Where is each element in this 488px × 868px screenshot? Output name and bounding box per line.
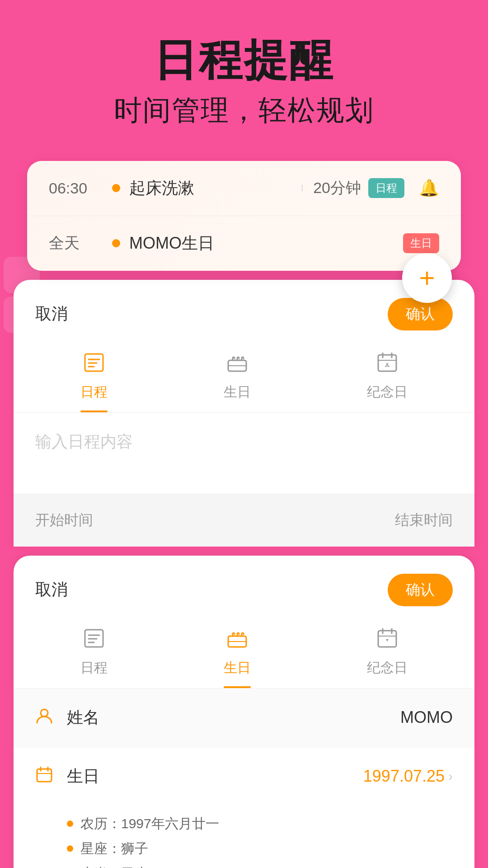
notif-item-1: 06:30 起床洗漱 丨 20分钟 日程 🔔 — [27, 161, 461, 216]
notif-time-1: 06:30 — [49, 179, 103, 197]
tab-anniversary-1[interactable]: 纪念日 — [349, 341, 426, 412]
svg-rect-6 — [378, 355, 396, 371]
schedule-tab-icon — [82, 350, 106, 379]
name-label: 姓名 — [67, 707, 400, 729]
birthday-tab-icon-1 — [225, 350, 249, 379]
modal-card-schedule: 取消 确认 日程 — [14, 280, 474, 547]
zodiac-dot — [67, 845, 73, 852]
schedule-input-area[interactable]: 输入日程内容 — [14, 413, 474, 494]
birthday-value: 1997.07.25 — [363, 767, 445, 786]
notif-text-2: MOMO生日 — [129, 232, 403, 255]
tab-schedule-2[interactable]: 日程 — [62, 617, 126, 688]
cancel-button-2[interactable]: 取消 — [35, 579, 68, 601]
main-container: 日程提醒 时间管理，轻松规划 06:30 起床洗漱 丨 20分钟 日程 🔔 全天… — [0, 0, 488, 868]
birthday-row[interactable]: 生日 1997.07.25 › — [14, 747, 474, 806]
svg-rect-16 — [378, 631, 396, 647]
notif-duration-1: 20分钟 — [313, 178, 361, 198]
confirm-button-2[interactable]: 确认 — [388, 574, 453, 606]
header-section: 日程提醒 时间管理，轻松规划 — [0, 0, 488, 147]
zodiac-info: 星座：狮子 — [67, 840, 453, 858]
anniversary-tab-label-2: 纪念日 — [367, 659, 408, 677]
modal-header-2: 取消 确认 — [14, 556, 474, 617]
birthday-label: 生日 — [67, 765, 363, 788]
modal-card-birthday: 取消 确认 日程 — [14, 556, 474, 868]
anniversary-tab-icon-1 — [375, 350, 399, 379]
anniversary-tab-label-1: 纪念日 — [367, 383, 408, 401]
tab-birthday-1[interactable]: 生日 — [206, 341, 269, 412]
anniversary-tab-icon-2 — [375, 626, 399, 655]
shengxiao-text: 生肖：丑牛 — [80, 864, 148, 868]
shengxiao-info: 生肖：丑牛 — [67, 864, 453, 868]
schedule-tab-label-2: 日程 — [80, 659, 108, 677]
tab-section-1: 日程 生日 — [14, 341, 474, 413]
svg-rect-21 — [37, 769, 52, 782]
start-time-label[interactable]: 开始时间 — [35, 510, 93, 530]
schedule-input-placeholder: 输入日程内容 — [35, 432, 133, 451]
main-title: 日程提醒 — [27, 36, 461, 84]
fab-plus-icon: + — [419, 264, 435, 292]
notif-text-1: 起床洗漱 — [129, 177, 291, 199]
lunar-dot — [67, 821, 73, 827]
time-section-1: 开始时间 结束时间 — [14, 494, 474, 547]
tab-schedule-1[interactable]: 日程 — [62, 341, 126, 412]
bell-icon: 🔔 — [419, 179, 439, 198]
svg-point-20 — [41, 709, 48, 717]
birthday-section: 生日 1997.07.25 › 农历：1997年六月廿一 星座：狮子 生肖：丑牛 — [14, 747, 474, 868]
tab-section-2: 日程 生日 — [14, 617, 474, 689]
notif-dot-1 — [112, 184, 120, 192]
birthday-tab-label-2: 生日 — [224, 659, 251, 677]
calendar-icon — [35, 765, 58, 788]
schedule-tab-label-1: 日程 — [80, 383, 108, 401]
birthday-tab-icon-2 — [225, 626, 249, 655]
confirm-button-1[interactable]: 确认 — [388, 298, 453, 330]
birthday-sub-info: 农历：1997年六月廿一 星座：狮子 生肖：丑牛 — [14, 806, 474, 868]
notif-time-2: 全天 — [49, 233, 103, 254]
lunar-info: 农历：1997年六月廿一 — [67, 815, 453, 833]
chevron-right-icon: › — [448, 769, 453, 784]
notif-divider-1: 丨 — [299, 184, 306, 193]
person-icon — [35, 707, 58, 729]
lunar-text: 农历：1997年六月廿一 — [80, 815, 219, 833]
notif-item-2: 全天 MOMO生日 生日 — [27, 216, 461, 271]
notification-preview-card: 06:30 起床洗漱 丨 20分钟 日程 🔔 全天 MOMO生日 生日 — [27, 161, 461, 271]
end-time-label[interactable]: 结束时间 — [395, 510, 453, 530]
add-fab-button[interactable]: + — [402, 253, 452, 303]
notif-tag-1: 日程 — [368, 178, 404, 198]
tab-birthday-2[interactable]: 生日 — [206, 617, 269, 688]
birthday-tab-label-1: 生日 — [224, 383, 251, 401]
tab-anniversary-2[interactable]: 纪念日 — [349, 617, 426, 688]
zodiac-text: 星座：狮子 — [80, 840, 148, 858]
notif-dot-2 — [112, 239, 120, 247]
sub-title: 时间管理，轻松规划 — [27, 91, 461, 129]
name-row[interactable]: 姓名 MOMO — [14, 689, 474, 747]
name-value: MOMO — [400, 708, 453, 727]
notif-tag-2: 生日 — [403, 233, 439, 253]
schedule-tab-icon-2 — [82, 626, 106, 655]
